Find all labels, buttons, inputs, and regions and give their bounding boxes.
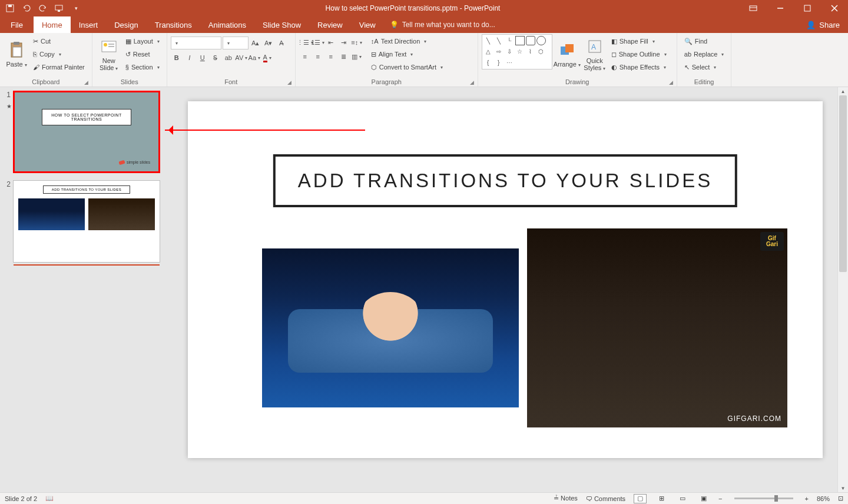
shape-line-icon[interactable]: ╲	[483, 36, 493, 45]
share-button[interactable]: 👤 Share	[798, 16, 848, 33]
reset-button[interactable]: ↺Reset	[124, 48, 161, 60]
tell-me-search[interactable]: 💡 Tell me what you want to do...	[384, 16, 501, 33]
columns-button[interactable]: ▥	[351, 51, 363, 62]
align-center-button[interactable]: ≡	[312, 51, 324, 62]
minimize-icon[interactable]	[767, 0, 794, 16]
replace-button[interactable]: abReplace	[683, 48, 726, 60]
undo-icon[interactable]	[21, 3, 32, 14]
slide-editor[interactable]: ADD TRANSITIONS TO YOUR SLIDES GifGari G…	[163, 87, 848, 492]
shape-roundrect-icon[interactable]	[526, 36, 535, 45]
slideshow-view-icon[interactable]: ▣	[697, 494, 710, 503]
shape-more-icon[interactable]: ⋯	[505, 58, 514, 67]
slide-image-2[interactable]: GifGari GIFGARI.COM	[527, 228, 787, 427]
slide-sorter-view-icon[interactable]: ⊞	[655, 494, 668, 503]
shape-star-icon[interactable]: ☆	[515, 47, 525, 57]
shape-curve-icon[interactable]: ⌇	[526, 47, 535, 57]
slide-image-1[interactable]	[262, 248, 519, 407]
launcher-icon[interactable]: ◢	[470, 79, 474, 85]
shape-outline-button[interactable]: ◻Shape Outline	[610, 48, 668, 60]
tab-view[interactable]: View	[351, 16, 384, 33]
justify-button[interactable]: ≣	[338, 51, 350, 62]
copy-button[interactable]: ⎘Copy	[32, 48, 86, 60]
scrollbar-thumb[interactable]	[839, 95, 847, 272]
spell-check-icon[interactable]: 📖	[45, 495, 54, 502]
tab-insert[interactable]: Insert	[71, 16, 107, 33]
section-button[interactable]: §Section	[124, 61, 161, 73]
shape-fill-button[interactable]: ◧Shape Fill	[610, 35, 668, 47]
notes-button[interactable]: ≟ Notes	[554, 495, 578, 502]
qat-customize-icon[interactable]: ▾	[71, 3, 81, 14]
ribbon-display-icon[interactable]	[740, 0, 767, 16]
shape-arrow-down-icon[interactable]: ⇩	[505, 47, 514, 57]
strikethrough-button[interactable]: S̶	[210, 52, 221, 64]
shape-oval-icon[interactable]	[536, 36, 546, 45]
layout-button[interactable]: ▦Layout	[124, 35, 161, 47]
scroll-down-icon[interactable]: ▼	[838, 484, 848, 492]
slide-counter[interactable]: Slide 2 of 2	[5, 495, 37, 502]
numbering-button[interactable]: 1☰	[312, 37, 324, 48]
shape-effects-button[interactable]: ◐Shape Effects	[610, 61, 668, 73]
increase-font-icon[interactable]: A▴	[250, 37, 261, 49]
zoom-level[interactable]: 86%	[817, 495, 830, 502]
scroll-up-icon[interactable]: ▲	[838, 87, 848, 95]
normal-view-icon[interactable]: ▢	[634, 494, 647, 503]
shape-arrow-icon[interactable]: ╲	[494, 36, 504, 45]
change-case-button[interactable]: Aa	[249, 52, 260, 64]
fit-to-window-icon[interactable]: ⊡	[838, 495, 843, 502]
launcher-icon[interactable]: ◢	[84, 79, 88, 85]
shadow-button[interactable]: ab	[223, 52, 234, 64]
underline-button[interactable]: U	[197, 52, 208, 64]
tab-review[interactable]: Review	[309, 16, 351, 33]
tab-animations[interactable]: Animations	[200, 16, 254, 33]
bold-button[interactable]: B	[171, 52, 183, 64]
italic-button[interactable]: I	[184, 52, 196, 64]
decrease-indent-button[interactable]: ⇤	[325, 37, 337, 48]
maximize-icon[interactable]	[794, 0, 821, 16]
reading-view-icon[interactable]: ▭	[676, 494, 689, 503]
clear-formatting-icon[interactable]: A̶	[276, 37, 287, 49]
zoom-out-button[interactable]: −	[718, 495, 722, 502]
paste-button[interactable]: Paste	[4, 34, 29, 74]
tab-design[interactable]: Design	[106, 16, 146, 33]
tab-transitions[interactable]: Transitions	[147, 16, 200, 33]
slide-canvas[interactable]: ADD TRANSITIONS TO YOUR SLIDES GifGari G…	[188, 101, 823, 458]
launcher-icon[interactable]: ◢	[669, 79, 673, 85]
start-from-beginning-icon[interactable]	[54, 3, 65, 14]
shape-brace2-icon[interactable]: }	[494, 58, 504, 67]
align-text-button[interactable]: ⊟Align Text	[370, 48, 444, 60]
select-button[interactable]: ↖Select	[683, 61, 726, 73]
comments-button[interactable]: 🗨 Comments	[586, 495, 625, 502]
zoom-slider[interactable]	[734, 498, 793, 499]
close-icon[interactable]	[821, 0, 848, 16]
font-size-combo[interactable]	[223, 37, 249, 49]
shape-rect-icon[interactable]	[515, 36, 525, 45]
thumbnail-2[interactable]: 2 ADD TRANSITIONS TO YOUR SLIDES	[2, 180, 160, 263]
tab-file[interactable]: File	[0, 16, 34, 33]
text-direction-button[interactable]: ↕AText Direction	[370, 35, 444, 47]
decrease-font-icon[interactable]: A▾	[263, 37, 274, 49]
slide-title-box[interactable]: ADD TRANSITIONS TO YOUR SLIDES	[273, 154, 737, 207]
shape-elbow-icon[interactable]: └	[505, 36, 514, 45]
new-slide-button[interactable]: New Slide	[96, 34, 122, 74]
zoom-slider-thumb[interactable]	[774, 495, 778, 502]
zoom-in-button[interactable]: +	[805, 495, 809, 502]
shape-arrow-right-icon[interactable]: ⇨	[494, 47, 504, 57]
align-right-button[interactable]: ≡	[325, 51, 337, 62]
find-button[interactable]: 🔍Find	[683, 35, 726, 47]
vertical-scrollbar[interactable]: ▲ ▼	[837, 87, 848, 492]
shapes-gallery[interactable]: ╲ ╲ └ △ ⇨ ⇩ ☆ ⌇ ⬡ { } ⋯	[482, 34, 552, 69]
thumbnail-1-preview[interactable]: ★ HOW TO SELECT POWERPOINT TRANSITIONS s…	[13, 91, 160, 173]
char-spacing-button[interactable]: AV	[236, 52, 247, 64]
thumbnail-1[interactable]: 1 ★ HOW TO SELECT POWERPOINT TRANSITIONS…	[2, 91, 160, 173]
line-spacing-button[interactable]: ≡↕	[351, 37, 363, 48]
font-color-button[interactable]: A	[261, 52, 273, 64]
quick-styles-button[interactable]: A Quick Styles	[582, 34, 608, 74]
shape-triangle-icon[interactable]: △	[483, 47, 493, 57]
bullets-button[interactable]: ⋮☰	[299, 37, 311, 48]
shape-freeform-icon[interactable]: ⬡	[536, 47, 546, 57]
format-painter-button[interactable]: 🖌Format Painter	[32, 61, 86, 73]
thumbnail-2-preview[interactable]: ADD TRANSITIONS TO YOUR SLIDES	[13, 180, 160, 263]
arrange-button[interactable]: Arrange	[552, 34, 582, 74]
tab-home[interactable]: Home	[34, 16, 71, 33]
cut-button[interactable]: ✂Cut	[32, 35, 86, 47]
